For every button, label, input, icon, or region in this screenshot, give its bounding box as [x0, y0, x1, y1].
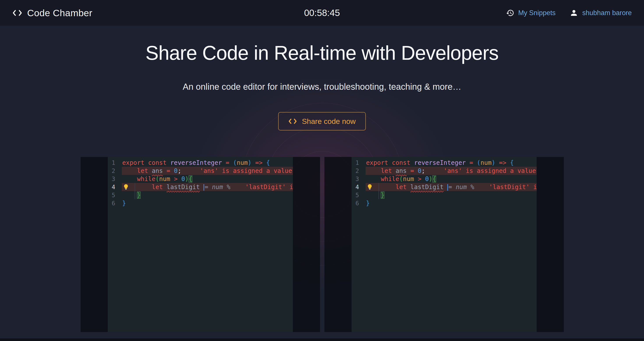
code-token: 'ans' is assigned a value but neve: [444, 167, 537, 174]
code-token: [230, 183, 245, 191]
code-token: ans: [152, 167, 163, 174]
panel-margin: [293, 157, 320, 332]
code-token: =: [410, 167, 414, 174]
code-token: const: [392, 159, 410, 166]
code-token: = num %: [204, 183, 230, 191]
indent-guide: [378, 183, 379, 199]
code-token: (: [399, 175, 403, 183]
code-token: let: [152, 183, 163, 191]
line-number: 5: [352, 191, 366, 199]
code-token: [178, 175, 181, 183]
code-token: const: [148, 159, 166, 166]
code-token: }: [366, 200, 370, 207]
code-token: [425, 167, 444, 174]
code-editor-right[interactable]: 1export const reverseInteger = (num) => …: [352, 157, 537, 332]
line-number: 5: [108, 191, 122, 199]
code-token: [473, 159, 477, 166]
code-token: (: [477, 159, 480, 166]
code-line-content: }: [122, 191, 293, 199]
code-token: [252, 159, 255, 166]
code-line-content: export const reverseInteger = (num) => {: [366, 159, 537, 167]
code-token: num: [403, 175, 414, 183]
line-number: 4: [108, 183, 122, 191]
lightbulb-icon[interactable]: [123, 184, 129, 190]
code-token: [410, 159, 414, 166]
line-number: 1: [108, 159, 122, 167]
code-token: export: [122, 159, 144, 166]
code-token: [388, 159, 392, 166]
code-token: ;: [422, 167, 425, 174]
line-number: 4: [352, 183, 366, 191]
code-line: 2 let ans = 0; 'ans' is assigned a value…: [352, 167, 537, 175]
code-line-content: while(num > 0){: [366, 175, 537, 183]
code-logo-icon: [12, 9, 22, 16]
share-code-button[interactable]: Share code now: [278, 112, 366, 130]
code-editor-left[interactable]: 1export const reverseInteger = (num) => …: [108, 157, 293, 332]
code-line: 2 let ans = 0; 'ans' is assigned a value…: [108, 167, 293, 175]
code-token: [406, 167, 410, 174]
text-cursor: [204, 184, 204, 191]
code-token: ): [248, 159, 252, 166]
code-line: 5 }: [108, 191, 293, 199]
code-token: ;: [178, 167, 181, 174]
brand-name: Code Chamber: [27, 8, 92, 18]
lightbulb-icon[interactable]: [366, 184, 373, 190]
code-token: [392, 167, 396, 174]
code-token: let: [396, 183, 407, 191]
panel-margin: [537, 157, 564, 332]
code-token: = num %: [448, 183, 474, 191]
code-line-content: let ans = 0; 'ans' is assigned a value b…: [122, 167, 293, 175]
brand[interactable]: Code Chamber: [12, 8, 92, 18]
hero-section: Share Code in Real-time with Developers …: [0, 41, 644, 130]
code-token: [170, 167, 174, 174]
panel-margin: [80, 157, 108, 332]
my-snippets-link[interactable]: My Snippets: [506, 9, 556, 17]
code-token: [163, 167, 166, 174]
code-token: reverseInteger: [414, 159, 466, 166]
code-token: [466, 159, 470, 166]
bottom-edge: [0, 338, 644, 341]
user-icon: [570, 8, 578, 17]
code-line: 4 let lastDigit = num % 'lastDigit' is d…: [108, 183, 293, 191]
my-snippets-label: My Snippets: [518, 9, 556, 17]
code-line: 3 while(num > 0){: [352, 175, 537, 183]
code-line: 6}: [352, 199, 537, 207]
user-menu[interactable]: shubham barore: [570, 8, 632, 17]
code-token: [122, 167, 137, 174]
code-token: {: [432, 175, 436, 183]
text-cursor: [447, 184, 448, 191]
code-token: lastDigit: [410, 183, 444, 191]
code-token: {: [510, 159, 514, 166]
code-token: while: [381, 175, 399, 183]
navbar-right: My Snippets shubham barore: [506, 8, 632, 17]
code-token: [366, 167, 381, 174]
code-line-content: export const reverseInteger = (num) => {: [122, 159, 293, 167]
code-token: 'lastDigit' is define: [489, 183, 537, 191]
code-line-content: }: [366, 191, 537, 199]
code-token: 0: [181, 175, 185, 183]
code-token: [414, 167, 418, 174]
code-token: {: [266, 159, 270, 166]
editor-panel-right: 1export const reverseInteger = (num) => …: [324, 157, 564, 332]
code-line: 6}: [108, 199, 293, 207]
code-token: 0: [174, 167, 178, 174]
code-token: }: [122, 200, 126, 207]
code-line: 3 while(num > 0){: [108, 175, 293, 183]
code-token: 0: [418, 167, 422, 174]
code-token: =: [470, 159, 473, 166]
code-token: =>: [255, 159, 263, 166]
code-line-content: while(num > 0){: [122, 175, 293, 183]
code-token: [474, 183, 489, 191]
code-token: [406, 183, 410, 191]
code-token: lastDigit: [166, 183, 200, 191]
editor-panel-left: 1export const reverseInteger = (num) => …: [80, 157, 320, 332]
code-token: 'ans' is assigned a value but neve: [200, 167, 293, 174]
code-token: =: [166, 167, 170, 174]
code-token: [422, 175, 425, 183]
code-line: 1export const reverseInteger = (num) => …: [108, 159, 293, 167]
line-number: 3: [108, 175, 122, 183]
line-number: 1: [352, 159, 366, 167]
line-number: 3: [352, 175, 366, 183]
code-token: =>: [499, 159, 506, 166]
code-token: }: [137, 192, 141, 199]
